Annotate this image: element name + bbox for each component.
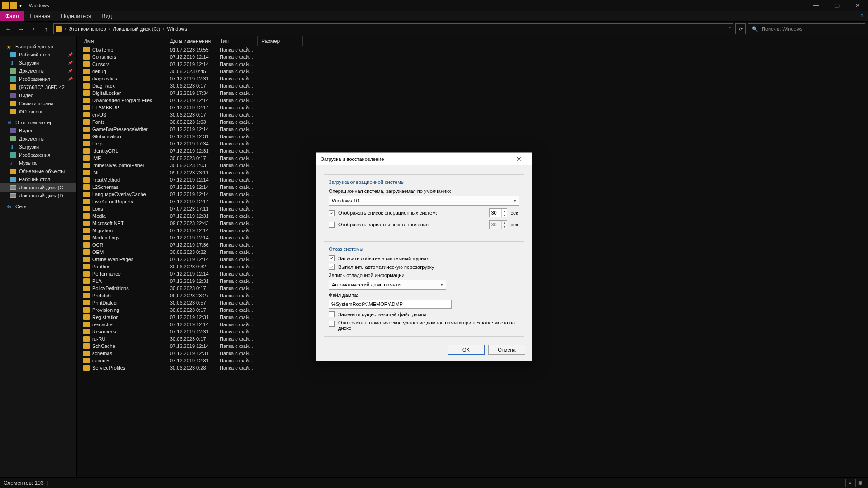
debug-info-select[interactable]: Автоматический дамп памяти ▾: [329, 280, 446, 290]
dump-file-input[interactable]: %SystemRoot%\MEMORY.DMP: [329, 300, 452, 309]
sidebar-item[interactable]: Рабочий стол📌: [0, 51, 76, 59]
minimize-button[interactable]: —: [806, 0, 826, 11]
sidebar-item[interactable]: ⬇Загрузки: [0, 143, 76, 151]
folder-icon: [83, 141, 90, 146]
address-bar[interactable]: › Этот компьютер › Локальный диск (C:) ›…: [53, 23, 733, 34]
chevron-down-icon[interactable]: ˅: [729, 27, 731, 31]
breadcrumb[interactable]: Этот компьютер: [69, 26, 106, 32]
ribbon-expand-icon[interactable]: ˅: [843, 11, 855, 21]
close-button[interactable]: ✕: [847, 0, 868, 11]
folder-icon: [83, 155, 90, 161]
column-date[interactable]: Дата изменения: [166, 36, 216, 46]
search-input[interactable]: 🔍 Поиск в: Windows: [748, 23, 865, 34]
default-os-select[interactable]: Windows 10 ▾: [329, 196, 519, 206]
group-boot: Загрузка операционной системы: [329, 179, 519, 185]
table-row[interactable]: ELAMBKUP07.12.2019 12:14Папка с файлами: [77, 104, 868, 111]
table-row[interactable]: CbsTemp01.07.2023 19:55Папка с файлами: [77, 46, 868, 53]
table-row[interactable]: GameBarPresenceWriter07.12.2019 12:14Пап…: [77, 126, 868, 133]
recent-dropdown[interactable]: ▾: [28, 23, 39, 34]
chevron-right-icon: ›: [65, 27, 66, 32]
startup-recovery-dialog: Загрузка и восстановление ✕ Загрузка опе…: [316, 152, 532, 361]
sidebar-item[interactable]: ⬇Загрузки📌: [0, 59, 76, 67]
sidebar-quick-access[interactable]: ★Быстрый доступ: [0, 42, 76, 51]
table-row[interactable]: Downloaded Program Files07.12.2019 12:14…: [77, 97, 868, 104]
sidebar-this-pc[interactable]: 🖥Этот компьютер: [0, 118, 76, 127]
folder-icon: [83, 322, 90, 327]
navbar: ← → ▾ ↑ › Этот компьютер › Локальный дис…: [0, 22, 868, 36]
folder-icon: [83, 127, 90, 132]
sidebar-item[interactable]: ♪Музыка: [0, 159, 76, 167]
table-row[interactable]: Fonts30.06.2023 1:03Папка с файлами: [77, 118, 868, 126]
sidebar-item[interactable]: Документы: [0, 135, 76, 143]
breadcrumb[interactable]: Локальный диск (C:): [113, 26, 160, 32]
table-row[interactable]: Help07.12.2019 17:34Папка с файлами: [77, 140, 868, 147]
sidebar-item[interactable]: Изображения📌: [0, 75, 76, 83]
folder-icon: [10, 169, 16, 174]
sidebar-item[interactable]: Снимки экрана: [0, 99, 76, 108]
help-icon[interactable]: ?: [855, 11, 868, 21]
tab-view[interactable]: Вид: [96, 11, 117, 21]
tab-share[interactable]: Поделиться: [56, 11, 96, 21]
tab-file[interactable]: Файл: [0, 11, 24, 21]
os-list-seconds-input[interactable]: 30▴▾: [489, 208, 507, 217]
search-icon: 🔍: [752, 26, 758, 32]
folder-icon: [10, 84, 16, 90]
sidebar: ★Быстрый доступ Рабочий стол📌⬇Загрузки📌Д…: [0, 36, 77, 477]
folder-icon: [83, 257, 90, 262]
folder-icon: [83, 134, 90, 139]
sidebar-item[interactable]: ФОтошопп: [0, 108, 76, 116]
sidebar-item[interactable]: Рабочий стол: [0, 175, 76, 183]
up-button[interactable]: ↑: [41, 23, 52, 34]
column-size[interactable]: Размер: [258, 36, 303, 46]
cancel-button[interactable]: Отмена: [488, 345, 525, 355]
table-row[interactable]: ServiceProfiles30.06.2023 0:28Папка с фа…: [77, 364, 868, 371]
icons-view-button[interactable]: ▦: [855, 479, 864, 487]
music-icon: ♪: [10, 160, 16, 166]
back-button[interactable]: ←: [3, 23, 14, 34]
sidebar-item[interactable]: Локальный диск (C: [0, 183, 76, 192]
sidebar-item[interactable]: Локальный диск (D: [0, 192, 76, 200]
sidebar-item[interactable]: Объемные объекты: [0, 167, 76, 175]
qat-dropdown-icon[interactable]: ▾: [18, 3, 23, 8]
table-row[interactable]: Cursors07.12.2019 12:14Папка с файлами: [77, 61, 868, 68]
column-name[interactable]: ˄Имя: [80, 36, 166, 46]
dialog-close-button[interactable]: ✕: [511, 153, 527, 165]
table-row[interactable]: debug30.06.2023 0:45Папка с файлами: [77, 68, 868, 75]
details-view-button[interactable]: ≡: [845, 479, 854, 487]
sidebar-network[interactable]: 🖧Сеть: [0, 202, 76, 211]
overwrite-dump-checkbox[interactable]: [329, 311, 335, 317]
default-os-label: Операционная система, загружаемая по умо…: [329, 188, 451, 194]
table-row[interactable]: en-US30.06.2023 0:17Папка с файлами: [77, 111, 868, 118]
forward-button[interactable]: →: [15, 23, 26, 34]
column-type[interactable]: Тип: [216, 36, 258, 46]
refresh-button[interactable]: ⟳: [735, 23, 746, 34]
sidebar-item[interactable]: Видео: [0, 91, 76, 99]
tab-home[interactable]: Главная: [24, 11, 56, 21]
sidebar-item[interactable]: Документы📌: [0, 67, 76, 75]
table-row[interactable]: DiagTrack30.06.2023 0:17Папка с файлами: [77, 82, 868, 89]
table-row[interactable]: DigitalLocker07.12.2019 17:34Папка с фай…: [77, 89, 868, 97]
disable-auto-delete-checkbox[interactable]: [329, 321, 335, 327]
folder-icon: [83, 76, 90, 81]
pin-icon: 📌: [68, 77, 73, 81]
ok-button[interactable]: OK: [448, 345, 485, 355]
table-row[interactable]: diagnostics07.12.2019 12:31Папка с файла…: [77, 75, 868, 82]
maximize-button[interactable]: ▢: [826, 0, 847, 11]
breadcrumb[interactable]: Windows: [167, 26, 187, 32]
sidebar-item[interactable]: {967668C7-36FD-42: [0, 83, 76, 91]
folder-icon: [83, 264, 90, 269]
folder-icon: [83, 278, 90, 284]
show-recovery-checkbox[interactable]: [329, 222, 335, 228]
folder-icon: [10, 101, 16, 106]
write-log-checkbox[interactable]: ✓: [329, 255, 335, 261]
pin-icon: 📌: [68, 69, 73, 73]
sort-arrow-icon: ˄: [122, 36, 124, 40]
folder-icon: [83, 98, 90, 103]
show-os-list-checkbox[interactable]: ✓: [329, 210, 335, 216]
table-row[interactable]: Containers07.12.2019 12:14Папка с файлам…: [77, 53, 868, 61]
auto-restart-checkbox[interactable]: ✓: [329, 264, 335, 270]
pin-icon: 📌: [68, 61, 73, 65]
sidebar-item[interactable]: Видео: [0, 127, 76, 135]
table-row[interactable]: Globalization07.12.2019 12:31Папка с фай…: [77, 133, 868, 140]
sidebar-item[interactable]: Изображения: [0, 151, 76, 159]
